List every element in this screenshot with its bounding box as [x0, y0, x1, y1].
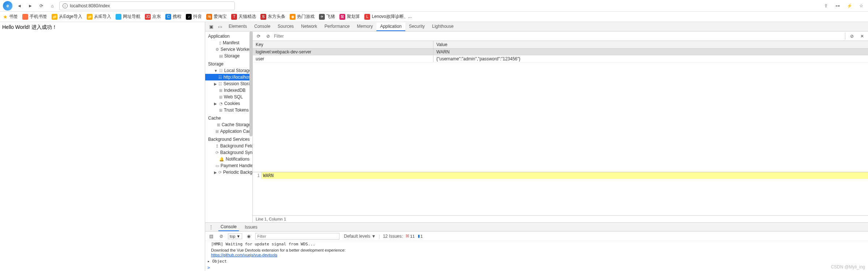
device-toggle-icon[interactable]: ▭	[216, 23, 223, 30]
bookmark-item[interactable]: T天猫精选	[231, 14, 256, 20]
bookmark-item[interactable]: 网址导航	[116, 14, 140, 20]
sidebar-item[interactable]: ▶☷Session Storage	[205, 80, 252, 87]
console-levels[interactable]: Default levels ▼	[344, 234, 376, 239]
bookmark-item[interactable]: JD京东	[145, 14, 161, 20]
sidebar-item[interactable]: ⊞Cache Storage	[205, 121, 252, 128]
editor-empty[interactable]	[253, 179, 868, 215]
sidebar-item[interactable]: ▶◔Cookies	[205, 100, 252, 107]
kv-key-cell: user	[253, 56, 433, 62]
sidebar-item[interactable]: ▭Payment Handler	[205, 162, 252, 169]
sidebar-item[interactable]: ⚙Service Workers	[205, 46, 252, 53]
console-log-link[interactable]: https://github.com/vuejs/vue-devtools	[211, 253, 277, 257]
editor-value[interactable]: WARN	[262, 172, 275, 179]
sidebar-item-icon: ☷	[218, 75, 222, 80]
devtools-tab-security[interactable]: Security	[405, 22, 428, 31]
bookmark-item[interactable]: 📁从IE导入	[87, 14, 111, 20]
console-eye-icon[interactable]: ◉	[245, 233, 252, 240]
refresh-icon[interactable]: ⟳	[255, 33, 262, 40]
devtools-tab-application[interactable]: Application	[376, 22, 405, 31]
sidebar-item-icon: ▯	[219, 41, 221, 45]
sidebar-item[interactable]: ⊞IndexedDB	[205, 87, 252, 94]
sidebar-item[interactable]: ▯Manifest	[205, 39, 252, 46]
sidebar-item-icon: ▤	[219, 54, 223, 59]
bookmark-label: 飞猪	[326, 14, 335, 20]
watermark: CSDN @Myli_ing	[831, 264, 865, 270]
sidebar-item[interactable]: ⟳Background Sync	[205, 149, 252, 156]
console-clear-icon[interactable]: ⊘	[218, 233, 225, 240]
bookmark-label: 聚划算	[347, 14, 360, 20]
browser-toolbar: e ◄ ► ⟳ ⌂ i localhost:8080/index ⇪ ⊶ ⚡ ☆	[0, 0, 868, 12]
table-row[interactable]: user{"username":"admin","password":"1234…	[253, 56, 868, 63]
devtools-tab-network[interactable]: Network	[297, 22, 321, 31]
home-button[interactable]: ⌂	[48, 2, 56, 10]
bookmark-item[interactable]: 📁从Edge导入	[52, 14, 82, 20]
console-context[interactable]: top ▼	[228, 233, 242, 239]
devtools-tab-memory[interactable]: Memory	[353, 22, 376, 31]
issues-info-count[interactable]: 1	[418, 234, 423, 238]
bookmark-item[interactable]: 淘爱淘宝	[206, 14, 227, 20]
sidebar-item-label: Cache Storage	[222, 122, 251, 127]
console-filter-input[interactable]	[255, 233, 339, 240]
kv-empty-area[interactable]	[253, 63, 868, 172]
sidebar-item[interactable]: ⊞Trust Tokens	[205, 107, 252, 113]
back-button[interactable]: ◄	[15, 2, 23, 10]
bookmark-item[interactable]: 手机书签	[22, 14, 47, 20]
bookmark-item[interactable]: ✈飞猪	[319, 14, 335, 20]
sidebar-item[interactable]: ⊞Application Cache	[205, 128, 252, 135]
devtools-panel: ▣ ▭ ElementsConsoleSourcesNetworkPerform…	[205, 22, 868, 271]
sidebar-item[interactable]: ▤Storage	[205, 53, 252, 59]
share-icon[interactable]: ⇪	[822, 2, 830, 10]
deny-icon[interactable]: ⊘	[848, 33, 856, 40]
sidebar-item[interactable]: 🔔Notifications	[205, 156, 252, 162]
forward-button[interactable]: ►	[26, 2, 34, 10]
sidebar-item[interactable]: ▶⟳Periodic Background Sync	[205, 169, 252, 176]
bookmark-label: 天猫精选	[238, 14, 256, 20]
kv-key-header[interactable]: Key	[253, 41, 433, 48]
devtools-tab-elements[interactable]: Elements	[225, 22, 251, 31]
bookmark-label: 爱淘宝	[214, 14, 227, 20]
close-icon[interactable]: ✕	[858, 33, 866, 40]
bookmark-item[interactable]: LLenovo故障诊断、...	[364, 14, 412, 20]
storage-filter-input[interactable]	[274, 34, 843, 39]
devtools-tab-performance[interactable]: Performance	[321, 22, 353, 31]
bookmark-item[interactable]: ♪抖音	[186, 14, 202, 20]
kv-value-cell: WARN	[433, 49, 868, 55]
key-icon[interactable]: ⊶	[834, 2, 842, 10]
chevron-down-icon: ▼	[214, 69, 218, 73]
bookmark-item[interactable]: C携程	[165, 14, 181, 20]
console-sidebar-icon[interactable]: ▤	[207, 233, 215, 240]
sidebar-item[interactable]: ☷http://localhost:8080	[205, 74, 252, 80]
console-issues-label[interactable]: 12 Issues:	[383, 234, 403, 239]
bookmark-item[interactable]: ★书签	[3, 14, 18, 20]
sidebar-item[interactable]: ▼☷Local Storage	[205, 67, 252, 74]
sidebar-item[interactable]: ↥Background Fetch	[205, 143, 252, 149]
site-info-icon[interactable]: i	[63, 3, 68, 8]
reload-button[interactable]: ⟳	[37, 2, 45, 10]
drawer-tab-issues[interactable]: Issues	[243, 223, 260, 231]
console-drawer: ⋮ Console Issues ▤ ⊘ top ▼ ◉ Default lev…	[205, 222, 868, 271]
bookmark-item[interactable]: ◉热门游戏	[290, 14, 315, 20]
devtools-tab-sources[interactable]: Sources	[274, 22, 297, 31]
console-prompt[interactable]: >	[205, 264, 868, 271]
scrollbar[interactable]	[249, 31, 252, 136]
clear-icon[interactable]: ⊘	[264, 33, 272, 40]
table-row[interactable]: loglevel:webpack-dev-serverWARN	[253, 49, 868, 56]
url-bar[interactable]: i localhost:8080/index	[59, 1, 235, 10]
console-object[interactable]: ▸ Object	[205, 258, 868, 264]
drawer-tab-console[interactable]: Console	[218, 223, 239, 231]
favicon-icon: ♪	[186, 14, 192, 20]
devtools-tab-console[interactable]: Console	[251, 22, 274, 31]
bookmark-item[interactable]: 东东方头条	[260, 14, 285, 20]
bookmark-item[interactable]: 聚聚划算	[339, 14, 360, 20]
sidebar-item[interactable]: ⊞Web SQL	[205, 94, 252, 100]
star-outline-icon[interactable]: ☆	[857, 2, 865, 10]
bookmark-label: 网址导航	[123, 14, 140, 20]
storage-kv-table: Key Value loglevel:webpack-dev-serverWAR…	[253, 41, 868, 63]
drawer-menu-icon[interactable]: ⋮	[207, 223, 215, 231]
devtools-tab-lighthouse[interactable]: Lighthouse	[428, 22, 457, 31]
favicon-icon: ✈	[319, 14, 325, 20]
kv-value-header[interactable]: Value	[433, 41, 868, 48]
inspect-icon[interactable]: ▣	[207, 23, 215, 30]
issues-error-count[interactable]: 11	[406, 234, 414, 238]
bolt-icon[interactable]: ⚡	[845, 2, 853, 10]
